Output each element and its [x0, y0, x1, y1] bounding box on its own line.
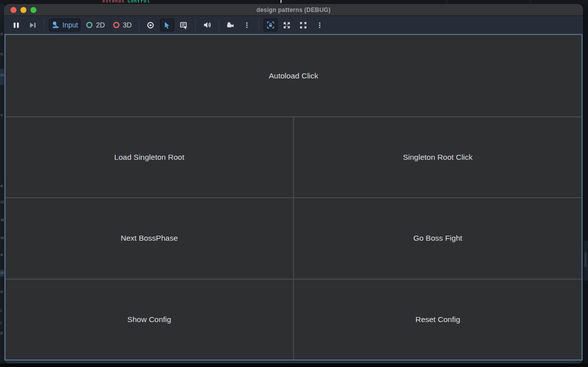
- movie-camera-icon: [226, 21, 235, 29]
- button-row: Next BossPhase Go Boss Fight: [5, 198, 582, 278]
- button-label: Show Config: [127, 315, 171, 324]
- minimize-button[interactable]: [20, 7, 26, 13]
- autoload-click-button[interactable]: Autoload Click: [5, 35, 582, 116]
- embed-lock-button[interactable]: [264, 18, 278, 31]
- next-frame-button[interactable]: [25, 18, 39, 31]
- titlebar: design patterns (DEBUG): [4, 4, 583, 16]
- button-row: Load Singleton Root Singleton Root Click: [5, 117, 582, 197]
- game-window: design patterns (DEBUG) Input: [4, 4, 583, 364]
- joystick-icon: [51, 21, 60, 29]
- fullscreen-button[interactable]: [296, 18, 310, 31]
- shrink-window-button[interactable]: [280, 18, 294, 31]
- camera-options-menu-button[interactable]: [240, 18, 254, 31]
- next-frame-icon: [28, 21, 37, 29]
- ring-3d-icon: [112, 21, 120, 29]
- embed-options-menu-button[interactable]: [313, 18, 327, 31]
- editor-text-fragment: xt: [0, 218, 4, 222]
- ring-2d-icon: [85, 21, 93, 29]
- close-button[interactable]: [10, 7, 16, 13]
- button-row: Show Config Reset Config: [5, 280, 582, 360]
- reset-config-button[interactable]: Reset Config: [294, 280, 582, 360]
- pause-icon: [12, 21, 20, 29]
- text-caret: [281, 0, 282, 3]
- toolbar-separator: [44, 19, 44, 30]
- shrink-arrows-icon: [283, 21, 291, 29]
- traffic-lights: [10, 7, 36, 13]
- editor-text-fragment: n: [0, 32, 3, 36]
- game-viewport: Autoload Click Load Singleton Root Singl…: [4, 34, 583, 361]
- list-select-icon: [179, 21, 188, 29]
- toolbar-separator: [139, 19, 139, 30]
- toolbar-separator: [259, 19, 259, 30]
- button-label: Next BossPhase: [121, 234, 178, 243]
- go-boss-fight-button[interactable]: Go Boss Fight: [294, 198, 582, 278]
- pause-button[interactable]: [9, 18, 23, 31]
- expand-arrows-icon: [299, 21, 307, 29]
- singleton-root-click-button[interactable]: Singleton Root Click: [294, 117, 582, 197]
- panel-divider: [447, 0, 447, 4]
- button-label: Singleton Root Click: [403, 153, 473, 162]
- window-title: design patterns (DEBUG): [257, 6, 331, 13]
- load-singleton-root-button[interactable]: Load Singleton Root: [5, 117, 293, 197]
- mute-audio-button[interactable]: [200, 18, 214, 31]
- button-grid: Autoload Click Load Singleton Root Singl…: [5, 35, 582, 360]
- selection-visibility-button[interactable]: [144, 18, 158, 31]
- button-label: Reset Config: [415, 315, 460, 324]
- lock-brackets-icon: [266, 20, 275, 29]
- kebab-menu-icon: [243, 21, 251, 29]
- toolbar-separator: [195, 19, 196, 30]
- editor-text-fragment: e: [0, 253, 3, 257]
- camera-override-button[interactable]: [224, 18, 238, 31]
- background-editor-right-strip: [584, 4, 588, 364]
- editor-text-fragment: e: [0, 184, 3, 188]
- background-bottom-strip: [0, 364, 588, 367]
- cursor-select-button[interactable]: [160, 18, 174, 31]
- kebab-menu-icon: [316, 21, 323, 29]
- scrollbar-fragment: [585, 252, 587, 267]
- code-fragment: extendsControl: [102, 0, 150, 4]
- debug-2d-label: 2D: [96, 21, 105, 29]
- input-button-label: Input: [62, 21, 78, 29]
- editor-text-fragment: n: [0, 52, 3, 56]
- button-label: Load Singleton Root: [114, 153, 184, 162]
- toolbar-separator: [219, 19, 219, 30]
- panel-divider: [530, 0, 531, 4]
- debug-3d-button[interactable]: 3D: [110, 18, 134, 31]
- speaker-icon: [203, 20, 212, 29]
- button-row: Autoload Click: [5, 35, 582, 116]
- editor-text-fragment: n: [0, 290, 3, 294]
- show-config-button[interactable]: Show Config: [5, 280, 293, 360]
- cursor-arrow-icon: [163, 21, 171, 29]
- list-select-button[interactable]: [177, 18, 191, 31]
- editor-text-fragment: F: [0, 332, 3, 336]
- debug-toolbar: Input 2D 3D: [4, 16, 583, 34]
- input-button[interactable]: Input: [49, 18, 80, 31]
- editor-text-fragment: v: [0, 113, 3, 117]
- editor-text-fragment: i: [0, 309, 1, 313]
- debug-2d-button[interactable]: 2D: [83, 18, 107, 31]
- editor-text-fragment: i: [0, 321, 1, 326]
- button-label: Autoload Click: [269, 71, 318, 80]
- next-bossphase-button[interactable]: Next BossPhase: [5, 198, 293, 278]
- zoom-button[interactable]: [30, 7, 36, 13]
- debug-3d-label: 3D: [123, 21, 132, 29]
- background-editor-top-strip: extendsControl: [0, 0, 588, 4]
- button-label: Go Boss Fight: [413, 234, 462, 243]
- circle-dot-icon: [146, 21, 155, 29]
